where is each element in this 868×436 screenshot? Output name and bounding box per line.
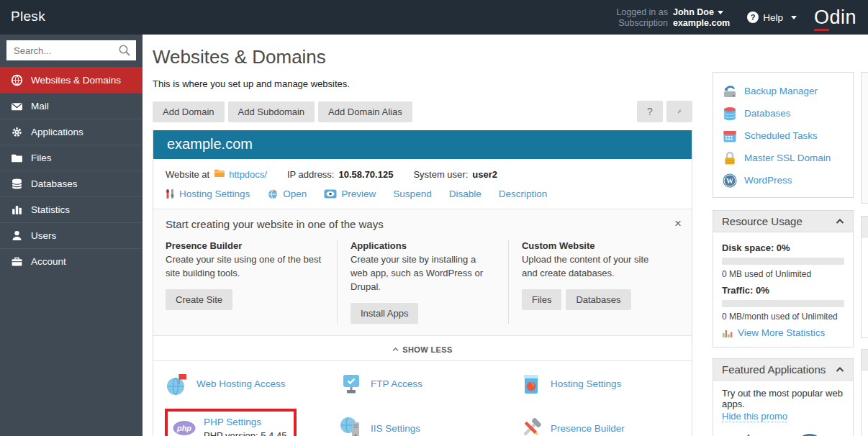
featured-app-wordpress[interactable]: W WordPress [787, 432, 833, 436]
backup-manager-link[interactable]: Backup Manager [722, 80, 844, 102]
page-title: Websites & Domains [153, 46, 692, 68]
grid-item-hosting-settings[interactable]: Hosting Settings [519, 370, 682, 399]
toolbar: Add Domain Add Subdomain Add Domain Alia… [153, 101, 692, 122]
databases-button[interactable]: Databases [566, 289, 630, 310]
plesk-logo: Plesk [11, 9, 45, 24]
disk-space-label: Disk space: 0% [722, 242, 844, 253]
hide-promo-link[interactable]: Hide this promo [722, 411, 787, 422]
right-sidebar: Backup Manager Databases Scheduled Tasks… [713, 35, 854, 436]
grid-item-iis-settings[interactable]: IIS Settings [339, 409, 519, 436]
system-user-label: System user: [413, 169, 468, 180]
cutoff-panel [861, 216, 868, 237]
databases-link[interactable]: Databases [722, 102, 844, 124]
promo-col-custom-website: Custom Website Upload the content of you… [508, 240, 679, 324]
domain-actions-row: Hosting Settings Open Preview Suspend Di… [153, 180, 692, 209]
hosting-settings-link[interactable]: Hosting Settings [166, 189, 250, 199]
calendar-icon [722, 128, 738, 144]
wordpress-link[interactable]: W WordPress [722, 169, 844, 191]
php-icon: php [172, 416, 196, 436]
cutoff-panel [861, 349, 868, 371]
subscription-label: Subscription [616, 18, 668, 28]
preview-link[interactable]: Preview [324, 189, 376, 199]
help-label: Help [763, 12, 783, 23]
caret-down-icon [791, 16, 797, 19]
iis-icon [339, 416, 363, 436]
getting-started-panel: Start creating your website in one of th… [153, 209, 692, 335]
sidebar-item-websites-domains[interactable]: Websites & Domains [0, 67, 143, 93]
sidebar-item-files[interactable]: Files [0, 145, 143, 171]
sidebar-item-label: Mail [31, 101, 49, 112]
sidebar-item-users[interactable]: Users [0, 222, 143, 248]
files-button[interactable]: Files [522, 289, 561, 310]
folder-icon [11, 152, 23, 164]
master-ssl-domain-link[interactable]: Master SSL Domain [722, 147, 844, 169]
add-domain-alias-button[interactable]: Add Domain Alias [318, 101, 412, 122]
bar-chart-icon [11, 204, 23, 216]
drupal-icon [733, 432, 764, 436]
globe-flag-icon [165, 372, 189, 396]
traffic-progressbar [722, 300, 844, 307]
grid-item-presence-builder[interactable]: Presence Builder [519, 409, 682, 436]
database-color-icon [722, 106, 738, 122]
docroot-link[interactable]: httpdocs/ [229, 169, 267, 180]
sidebar-item-mail[interactable]: Mail [0, 93, 143, 119]
show-less-toggle[interactable]: SHOW LESS [392, 345, 453, 354]
open-globe-icon [267, 189, 279, 199]
caret-down-icon [718, 11, 723, 14]
wrench-button[interactable] [666, 101, 692, 122]
grid-item-php-settings[interactable]: php PHP Settings PHP version: 5.4.45 [165, 409, 339, 436]
traffic-label: Traffic: 0% [722, 285, 844, 296]
disable-link[interactable]: Disable [449, 189, 482, 199]
suspend-link[interactable]: Suspend [393, 189, 431, 199]
sidebar-item-label: Websites & Domains [31, 75, 121, 86]
sidebar-item-databases[interactable]: Databases [0, 171, 143, 196]
svg-text:php: php [176, 424, 191, 432]
search-icon[interactable] [118, 44, 131, 60]
grid-item-web-hosting-access[interactable]: Web Hosting Access [165, 370, 339, 399]
website-at-label: Website at [166, 169, 209, 180]
chevron-up-icon [836, 219, 844, 224]
user-menu[interactable]: John Doe [673, 7, 730, 17]
promo-title: Start creating your website in one of th… [166, 218, 679, 230]
help-button[interactable]: ? [637, 101, 663, 122]
ip-label: IP address: [287, 169, 335, 180]
wordpress-icon: W [722, 173, 738, 189]
resource-usage-header[interactable]: Resource Usage [713, 211, 853, 232]
briefcase-icon [11, 255, 23, 268]
grid-item-ftp-access[interactable]: FTP Access [339, 370, 519, 399]
traffic-caption: 0 MB/month used of Unlimited [722, 312, 844, 322]
sidebar-item-statistics[interactable]: Statistics [0, 196, 143, 222]
scheduled-tasks-link[interactable]: Scheduled Tasks [722, 124, 844, 147]
featured-applications-header[interactable]: Featured Applications [713, 359, 853, 381]
database-icon [11, 178, 23, 190]
open-site-link[interactable]: Open [267, 189, 307, 199]
wordpress-icon: W [794, 432, 826, 436]
help-menu[interactable]: ? Help [747, 12, 797, 23]
search-input[interactable] [6, 40, 136, 60]
featured-app-drupal[interactable]: Drupal [733, 432, 764, 436]
sidebar-item-label: Applications [31, 127, 83, 137]
ip-value: 10.58.70.125 [338, 169, 393, 180]
mail-icon [11, 100, 23, 112]
page-subtitle: This is where you set up and manage webs… [153, 78, 692, 89]
close-icon[interactable]: × [674, 217, 682, 231]
create-site-button[interactable]: Create Site [166, 289, 232, 310]
folder-small-icon [214, 168, 225, 180]
install-apps-button[interactable]: Install Apps [351, 303, 419, 324]
subscription-value[interactable]: example.com [673, 18, 730, 28]
sidebar-item-label: Files [31, 153, 52, 163]
user-icon [11, 230, 23, 242]
sidebar-item-label: Account [31, 256, 66, 267]
domain-info-row: Website at httpdocs/ IP address: 10.58.7… [153, 159, 692, 180]
view-more-statistics-link[interactable]: View More Statistics [738, 327, 825, 338]
add-domain-button[interactable]: Add Domain [153, 101, 225, 122]
cutoff-panel [861, 371, 868, 436]
description-link[interactable]: Description [499, 189, 548, 199]
sidebar-item-applications[interactable]: Applications [0, 119, 143, 145]
quick-tools-panel: Backup Manager Databases Scheduled Tasks… [713, 72, 854, 198]
mini-bar-chart-icon [722, 328, 733, 338]
php-highlight-box: php PHP Settings PHP version: 5.4.45 [165, 409, 297, 436]
sidebar-item-label: Statistics [31, 204, 70, 215]
add-subdomain-button[interactable]: Add Subdomain [228, 101, 315, 122]
sidebar-item-account[interactable]: Account [0, 248, 143, 274]
